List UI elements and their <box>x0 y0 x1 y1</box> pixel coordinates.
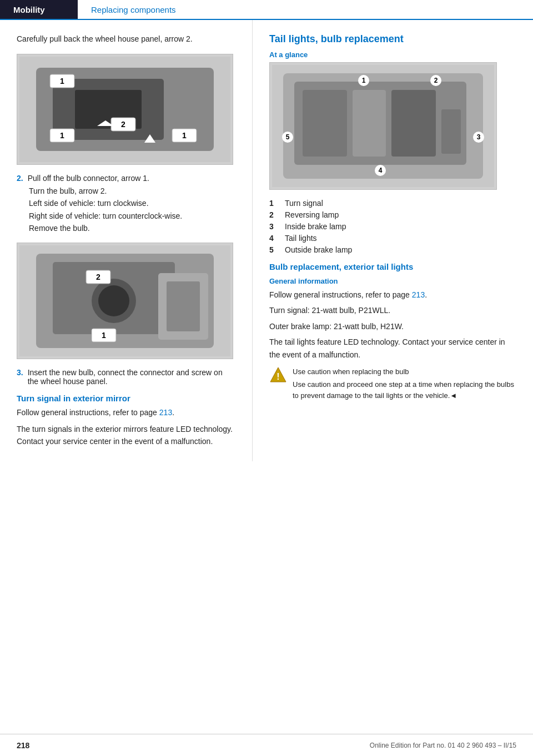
header-tab-replacing: Replacing components <box>78 0 189 19</box>
gen-info-line1: Follow general instructions, refer to pa… <box>269 289 516 301</box>
diag-num-1: 1 <box>269 199 279 208</box>
step2-line4: Right side of vehicle: turn counterclock… <box>29 210 235 222</box>
diag-num-5: 5 <box>269 245 279 254</box>
page-footer: 218 Online Edition for Part no. 01 40 2 … <box>0 734 533 756</box>
diag-num-3: 3 <box>269 222 279 231</box>
bulb-svg: 2 1 <box>19 245 230 356</box>
diag-label-2: Reversing lamp <box>285 210 339 219</box>
header-tab-mobility: Mobility <box>0 0 78 19</box>
diag-num-2: 2 <box>269 210 279 219</box>
turn-signal-heading: Turn signal in exterior mirror <box>17 394 235 403</box>
svg-text:4: 4 <box>379 167 383 174</box>
step3-number: 3. <box>17 368 23 386</box>
left-column: Carefully pull back the wheel house pane… <box>0 20 253 461</box>
warning-line2: Use caution and proceed one step at a ti… <box>293 379 516 401</box>
svg-text:2: 2 <box>96 273 100 281</box>
turn-signal-line2: The turn signals in the exterior mirrors… <box>17 423 235 448</box>
page-number: 218 <box>17 741 29 750</box>
diagram-item-5: 5 Outside brake lamp <box>269 245 516 254</box>
step2-block: 2. Pull off the bulb connector, arrow 1.… <box>17 174 235 235</box>
gen-info-line4: The tail lights feature LED technology. … <box>269 336 516 361</box>
svg-text:1: 1 <box>60 131 64 140</box>
diagram-item-4: 4 Tail lights <box>269 234 516 243</box>
turn-signal-ref[interactable]: 213 <box>159 408 172 417</box>
step2-line3: Left side of vehicle: turn clockwise. <box>29 197 235 209</box>
turn-signal-line1: Follow general instructions, refer to pa… <box>17 406 235 419</box>
diag-label-3: Inside brake lamp <box>285 222 346 231</box>
svg-rect-30 <box>391 90 436 157</box>
step3-text: Insert the new bulb, connect the connect… <box>28 368 235 386</box>
mobility-label: Mobility <box>13 5 45 14</box>
wheel-house-image: 1 2 1 1 <box>17 54 233 165</box>
diag-label-4: Tail lights <box>285 234 317 243</box>
gen-info-line3: Outer brake lamp: 21-watt bulb, H21W. <box>269 320 516 332</box>
warning-box: ! Use caution when replacing the bulb Us… <box>269 366 516 401</box>
svg-text:5: 5 <box>286 133 290 141</box>
warning-triangle-svg: ! <box>269 366 287 384</box>
svg-text:2: 2 <box>121 120 125 129</box>
tail-lights-image: 1 2 3 4 5 <box>269 62 497 190</box>
gen-info-ref[interactable]: 213 <box>412 290 425 299</box>
online-edition: Online Edition for Part no. 01 40 2 960 … <box>370 742 516 749</box>
svg-text:1: 1 <box>60 77 64 85</box>
tail-lights-svg: 1 2 3 4 5 <box>272 65 494 187</box>
diag-label-5: Outside brake lamp <box>285 245 352 254</box>
diagram-list: 1 Turn signal 2 Reversing lamp 3 Inside … <box>269 199 516 254</box>
page-header: Mobility Replacing components <box>0 0 533 20</box>
svg-rect-31 <box>441 109 461 154</box>
svg-rect-28 <box>303 90 347 157</box>
intro-text: Carefully pull back the wheel house pane… <box>17 33 235 45</box>
bulb-image: 2 1 <box>17 243 233 359</box>
warning-line1: Use caution when replacing the bulb <box>293 366 516 377</box>
svg-rect-24 <box>167 281 200 331</box>
bulb-replacement-heading: Bulb replacement, exterior tail lights <box>269 262 516 271</box>
right-column: Tail lights, bulb replacement At a glanc… <box>253 20 533 461</box>
svg-text:2: 2 <box>434 77 438 84</box>
svg-rect-29 <box>353 90 386 157</box>
gen-info-line2: Turn signal: 21-watt bulb, P21WLL. <box>269 304 516 316</box>
step2-number: 2. <box>17 174 23 183</box>
warning-icon: ! <box>269 366 287 384</box>
svg-text:1: 1 <box>362 77 366 84</box>
diagram-item-3: 3 Inside brake lamp <box>269 222 516 231</box>
svg-text:1: 1 <box>102 331 106 340</box>
diagram-item-1: 1 Turn signal <box>269 199 516 208</box>
step2-line2: Turn the bulb, arrow 2. <box>29 185 235 197</box>
diag-label-1: Turn signal <box>285 199 323 208</box>
svg-point-18 <box>98 285 129 316</box>
svg-text:3: 3 <box>477 133 481 141</box>
diagram-item-2: 2 Reversing lamp <box>269 210 516 219</box>
wheel-house-svg: 1 2 1 1 <box>19 57 230 162</box>
step2-details: Turn the bulb, arrow 2. Left side of veh… <box>29 185 235 235</box>
diag-num-4: 4 <box>269 234 279 243</box>
step3-block: 3. Insert the new bulb, connect the conn… <box>17 368 235 386</box>
warning-text: Use caution when replacing the bulb Use … <box>293 366 516 401</box>
replacing-label: Replacing components <box>91 5 176 14</box>
step2-line5: Remove the bulb. <box>29 222 235 234</box>
gen-info-heading: General information <box>269 277 516 285</box>
svg-text:1: 1 <box>182 131 187 140</box>
svg-text:!: ! <box>276 372 279 381</box>
tail-lights-heading: Tail lights, bulb replacement <box>269 33 516 45</box>
main-content: Carefully pull back the wheel house pane… <box>0 20 533 461</box>
step2-line1: Pull off the bulb connector, arrow 1. <box>28 174 149 183</box>
at-glance-heading: At a glance <box>269 51 516 59</box>
